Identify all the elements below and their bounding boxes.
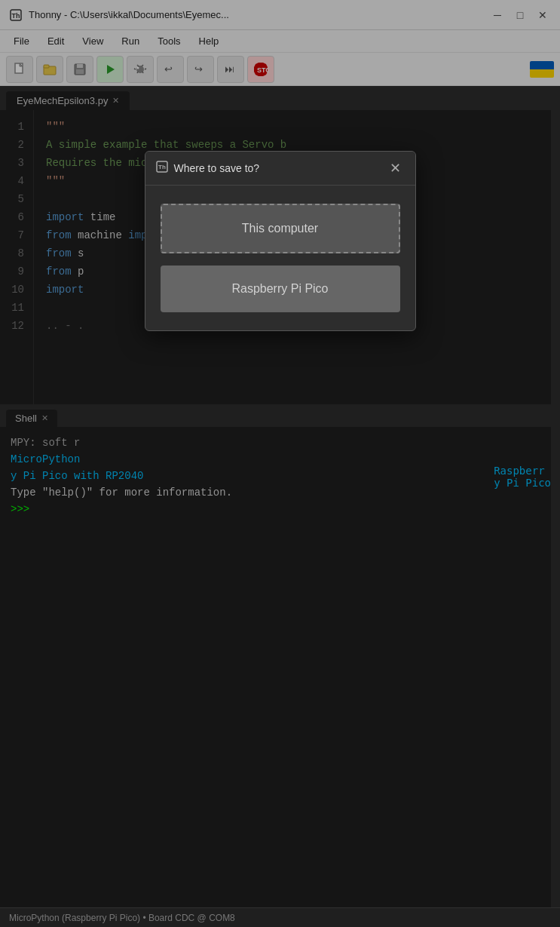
save-dialog: Th Where to save to? ✕ This computer Ras… (145, 151, 416, 331)
this-computer-button[interactable]: This computer (161, 204, 400, 253)
dialog-overlay: Th Where to save to? ✕ This computer Ras… (0, 0, 560, 927)
raspberry-pi-pico-button[interactable]: Raspberry Pi Pico (161, 266, 400, 312)
dialog-close-button[interactable]: ✕ (387, 159, 405, 177)
dialog-body: This computer Raspberry Pi Pico (145, 186, 415, 330)
dialog-header: Th Where to save to? ✕ (145, 152, 415, 186)
dialog-logo: Th (156, 161, 168, 176)
svg-text:Th: Th (158, 164, 166, 170)
dialog-title: Where to save to? (174, 162, 381, 174)
